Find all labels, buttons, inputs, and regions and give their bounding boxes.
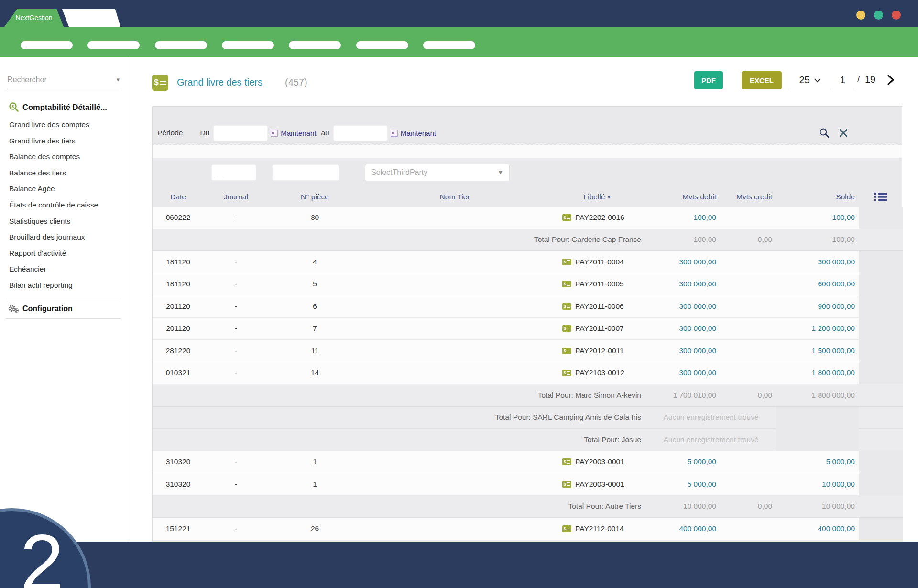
window-dot-yellow[interactable] xyxy=(856,11,865,20)
third-party-select[interactable]: SelectThirdParty ▼ xyxy=(365,164,510,181)
cell-nom-tier xyxy=(361,518,548,540)
cell-nom-tier xyxy=(361,207,548,229)
nav-pill[interactable] xyxy=(222,41,274,49)
now-link-to[interactable]: Maintenant xyxy=(401,129,436,137)
pdf-button[interactable]: PDF xyxy=(694,71,723,89)
total-debit: 100,00 xyxy=(646,229,720,251)
date-to-input[interactable] xyxy=(333,125,388,141)
nav-pill[interactable] xyxy=(87,41,140,49)
cell-libelle: $PAY2003-0001 xyxy=(548,451,646,474)
sidebar-search-input[interactable]: Rechercher ▾ xyxy=(7,70,120,89)
total-row: Total Pour: Autre Tiers10 000,000,0010 0… xyxy=(153,496,902,518)
sidebar-item-balance-des-comptes[interactable]: Balance des comptes xyxy=(0,149,127,165)
sidebar-item-echeancier[interactable]: Echéancier xyxy=(0,261,127,277)
sidebar-menu: Grand livre des comptesGrand livre des t… xyxy=(0,117,127,294)
calendar-icon[interactable] xyxy=(391,130,398,137)
nav-pill[interactable] xyxy=(356,41,408,49)
cell-solde: 1 200 000,00 xyxy=(776,318,859,340)
total-label: Total Pour: Josue xyxy=(153,429,646,451)
column-header-journal[interactable]: Journal xyxy=(204,187,268,207)
clear-filter-icon[interactable] xyxy=(839,128,848,138)
cell-piece: 11 xyxy=(268,340,361,362)
nav-pill[interactable] xyxy=(289,41,341,49)
nav-pill[interactable] xyxy=(155,41,207,49)
sidebar-item-grand-livre-des-comptes[interactable]: Grand livre des comptes xyxy=(0,117,127,133)
cell-debit: 300 000,00 xyxy=(646,362,720,385)
column-header-mvts-credit[interactable]: Mvts credit xyxy=(720,187,776,207)
table-row[interactable]: 010321-14$PAY2103-0012300 000,001 800 00… xyxy=(153,362,902,385)
cell-solde: 300 000,00 xyxy=(776,251,859,273)
table-row[interactable]: 310320-1$PAY2003-00015 000,0010 000,00 xyxy=(153,473,902,496)
search-icon[interactable] xyxy=(819,127,830,139)
period-label: Période xyxy=(157,129,183,137)
cell-date: 310320 xyxy=(153,451,204,474)
journal-filter-input[interactable]: __ xyxy=(211,164,256,181)
column-header-n-piece[interactable]: N° pièce xyxy=(268,187,361,207)
calendar-icon[interactable] xyxy=(271,130,278,137)
sidebar-item-bilan-actif-reporting[interactable]: Bilan actif reporting xyxy=(0,277,127,294)
chevron-down-icon: ▼ xyxy=(497,169,503,176)
cell-nom-tier xyxy=(361,318,548,340)
cell-libelle: $PAY2012-0011 xyxy=(548,340,646,362)
sidebar-item-balance-agee[interactable]: Balance Agée xyxy=(0,181,127,197)
cell-libelle: $PAY2202-0016 xyxy=(548,207,646,229)
page-size-select[interactable]: 25 xyxy=(790,71,830,89)
next-page-button[interactable] xyxy=(886,74,895,87)
table-row[interactable]: 181120-5$PAY2011-0005300 000,00600 000,0… xyxy=(153,273,902,296)
nav-pill[interactable] xyxy=(21,41,73,49)
cell-libelle: $PAY2103-0012 xyxy=(548,362,646,385)
column-header-label: Date xyxy=(170,193,186,201)
table-row[interactable]: 181120-4$PAY2011-0004300 000,00300 000,0… xyxy=(153,251,902,273)
list-icon[interactable] xyxy=(874,192,887,202)
column-header-solde[interactable]: Solde xyxy=(776,187,859,207)
cell-nom-tier xyxy=(361,295,548,318)
sidebar-item-statistiques-clients[interactable]: Statistiques clients xyxy=(0,213,127,229)
column-header-mvts-debit[interactable]: Mvts debit xyxy=(646,187,720,207)
cell-nom-tier xyxy=(361,273,548,296)
column-header-nom-tier[interactable]: Nom Tier xyxy=(361,187,548,207)
column-header-label: Solde xyxy=(836,193,855,201)
now-link-from[interactable]: Maintenant xyxy=(281,129,316,137)
sidebar-item-brouillard-des-journaux[interactable]: Brouillard des journaux xyxy=(0,229,127,245)
cell-date: 010321 xyxy=(153,362,204,385)
table-row[interactable]: 201120-6$PAY2011-0006300 000,00900 000,0… xyxy=(153,295,902,318)
sidebar-item-rapport-d-activite[interactable]: Rapport d'activité xyxy=(0,245,127,261)
table-row[interactable]: 151221-26$PAY2112-0014400 000,00400 000,… xyxy=(153,518,902,540)
search-dollar-icon: $ xyxy=(9,102,19,112)
table-body: 060222-30$PAY2202-0016100,00100,00Total … xyxy=(153,207,902,562)
table-row[interactable]: 310320-1$PAY2003-00015 000,005 000,00 xyxy=(153,451,902,474)
date-from-input[interactable] xyxy=(213,125,268,141)
window-dot-teal[interactable] xyxy=(874,11,883,20)
piece-filter-input[interactable] xyxy=(272,164,339,181)
payment-badge-icon: $ xyxy=(562,303,571,310)
cell-gutter xyxy=(859,384,903,407)
table-row[interactable]: 201120-7$PAY2011-0007300 000,001 200 000… xyxy=(153,318,902,340)
cell-journal: - xyxy=(204,362,268,385)
excel-button[interactable]: EXCEL xyxy=(742,71,782,89)
cell-credit xyxy=(720,273,776,296)
window-dot-red[interactable] xyxy=(892,11,901,20)
cell-credit xyxy=(720,207,776,229)
table-row[interactable]: 060222-30$PAY2202-0016100,00100,00 xyxy=(153,207,902,229)
payment-badge-icon: $ xyxy=(562,348,571,354)
sidebar-item-etats-de-controle-de-caisse[interactable]: États de contrôle de caisse xyxy=(0,197,127,213)
cell-debit: 100,00 xyxy=(646,207,720,229)
from-label: Du xyxy=(200,129,209,137)
cell-piece: 14 xyxy=(268,362,361,385)
table-row[interactable]: 281220-11$PAY2012-0011300 000,001 500 00… xyxy=(153,340,902,362)
column-header-date[interactable]: Date xyxy=(153,187,204,207)
payment-badge-icon: $ xyxy=(562,281,571,287)
nav-pill[interactable] xyxy=(423,41,475,49)
sidebar-item-grand-livre-des-tiers[interactable]: Grand livre des tiers xyxy=(0,133,127,149)
window-controls xyxy=(856,11,901,20)
sidebar-section-comptabilite[interactable]: $ Comptabilité Détaillé... xyxy=(0,102,127,112)
brand-tab[interactable]: NextGestion xyxy=(4,9,64,27)
cell-piece: 1 xyxy=(268,451,361,474)
cell-credit xyxy=(720,318,776,340)
column-header-libelle[interactable]: Libellé▾ xyxy=(548,187,646,207)
sidebar-item-balance-des-tiers[interactable]: Balance des tiers xyxy=(0,165,127,181)
page-number-input[interactable]: 1 xyxy=(832,71,853,89)
libelle-text: PAY2003-0001 xyxy=(575,480,624,489)
column-header-label: Mvts debit xyxy=(682,193,716,201)
sidebar-item-configuration[interactable]: Configuration xyxy=(0,305,127,313)
